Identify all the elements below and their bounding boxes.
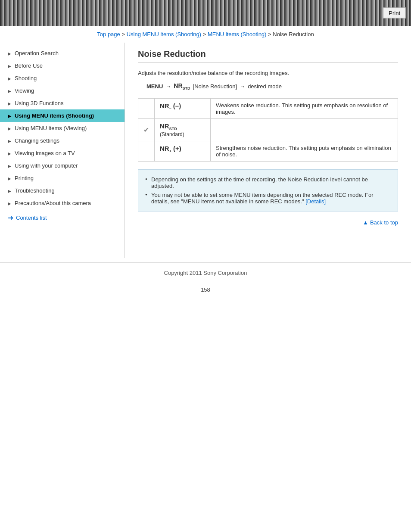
sidebar-item-label: Using with your computer xyxy=(15,162,78,169)
nr-plus-symbol: NR+ (+) xyxy=(160,145,181,152)
arrow-icon: ▶ xyxy=(8,101,12,106)
footer: Copyright 2011 Sony Corporation xyxy=(0,262,411,283)
arrow-icon: ▶ xyxy=(8,64,12,68)
check-cell-2: ✔ xyxy=(138,118,155,141)
sidebar-item-printing[interactable]: ▶ Printing xyxy=(0,172,125,184)
arrow-icon: ▶ xyxy=(8,114,12,118)
sidebar-item-before-use[interactable]: ▶ Before Use xyxy=(0,59,125,72)
breadcrumb-top-link[interactable]: Top page xyxy=(97,31,120,37)
sidebar-item-changing-settings[interactable]: ▶ Changing settings xyxy=(0,134,125,147)
nr-minus-symbol: NR– (–) xyxy=(160,102,181,109)
sidebar-item-label: Shooting xyxy=(15,75,37,81)
noise-reduction-bracket: [Noise Reduction] xyxy=(193,83,237,90)
sidebar-item-operation-search[interactable]: ▶ Operation Search xyxy=(0,47,125,59)
back-to-top-label: Back to top xyxy=(370,219,398,226)
page-title: Noise Reduction xyxy=(138,49,398,63)
description-text: Adjusts the resolution/noise balance of … xyxy=(138,70,398,76)
sidebar-item-using-menu-shooting[interactable]: ▶ Using MENU items (Shooting) xyxy=(0,109,125,122)
arrow-icon: ▶ xyxy=(8,176,12,180)
sidebar-item-using-computer[interactable]: ▶ Using with your computer xyxy=(0,159,125,172)
header-bar: Print xyxy=(0,0,411,26)
nr-std-symbol-table: NRSTD xyxy=(160,122,177,130)
sidebar: ▶ Operation Search ▶ Before Use ▶ Shooti… xyxy=(0,43,125,258)
sidebar-item-shooting[interactable]: ▶ Shooting xyxy=(0,72,125,84)
sidebar-item-label: Using 3D Functions xyxy=(15,100,63,106)
note-item-1: Depending on the settings at the time of… xyxy=(145,175,391,190)
details-link[interactable]: [Details] xyxy=(305,198,326,205)
check-cell-1 xyxy=(138,98,155,118)
arrow-icon: ▶ xyxy=(8,151,12,156)
breadcrumb-current: Noise Reduction xyxy=(273,31,314,37)
back-to-top-container: ▲ Back to top xyxy=(138,218,398,227)
contents-list-link-container[interactable]: ➜ Contents list xyxy=(0,209,125,226)
sidebar-item-3d-functions[interactable]: ▶ Using 3D Functions xyxy=(0,97,125,109)
desired-mode-text: desired mode xyxy=(248,83,282,90)
icon-cell-2: NRSTD (Standard) xyxy=(155,118,211,141)
page-number: 158 xyxy=(0,283,411,296)
arrow-icon: ▶ xyxy=(8,201,12,205)
breadcrumb-using-menu-link[interactable]: Using MENU items (Shooting) xyxy=(127,31,201,37)
arrow-icon: ▶ xyxy=(8,51,12,56)
sidebar-item-using-menu-viewing[interactable]: ▶ Using MENU items (Viewing) xyxy=(0,122,125,134)
table-row: ✔ NRSTD (Standard) xyxy=(138,118,398,141)
menu-arrow1: → xyxy=(165,83,171,90)
arrow-icon: ▶ xyxy=(8,76,12,81)
menu-path: MENU → NRSTD [Noise Reduction] → desired… xyxy=(138,82,398,90)
arrow-icon: ▶ xyxy=(8,139,12,143)
icon-cell-1: NR– (–) xyxy=(155,98,211,118)
arrow-icon: ▶ xyxy=(8,126,12,131)
breadcrumb-sep3: > xyxy=(268,31,273,37)
footer-copyright: Copyright 2011 Sony Corporation xyxy=(164,270,247,276)
print-button[interactable]: Print xyxy=(383,8,406,19)
arrow-icon: ▶ xyxy=(8,164,12,168)
sidebar-item-label: Viewing images on a TV xyxy=(15,150,75,156)
sidebar-item-label: Precautions/About this camera xyxy=(15,200,91,206)
sidebar-item-label: Viewing xyxy=(15,87,34,94)
nr-table: NR– (–) Weakens noise reduction. This se… xyxy=(138,98,398,162)
contents-list-arrow-icon: ➜ xyxy=(8,214,13,222)
icon-cell-3: NR+ (+) xyxy=(155,141,211,161)
sidebar-item-label: Using MENU items (Shooting) xyxy=(15,112,94,119)
sidebar-item-precautions[interactable]: ▶ Precautions/About this camera xyxy=(0,197,125,209)
breadcrumb-menu-items-link[interactable]: MENU items (Shooting) xyxy=(208,31,267,37)
description-cell-1: Weakens noise reduction. This setting pu… xyxy=(211,98,398,118)
check-cell-3 xyxy=(138,141,155,161)
arrow-icon: ▶ xyxy=(8,89,12,93)
sidebar-item-label: Troubleshooting xyxy=(15,187,55,194)
table-row: NR– (–) Weakens noise reduction. This se… xyxy=(138,98,398,118)
checkmark-icon: ✔ xyxy=(143,126,149,134)
sidebar-item-label: Operation Search xyxy=(15,50,59,56)
sidebar-item-label: Before Use xyxy=(15,62,43,69)
nr-std-symbol: NRSTD xyxy=(174,82,190,90)
standard-label: (Standard) xyxy=(160,131,184,137)
description-cell-2 xyxy=(211,118,398,141)
breadcrumb-sep2: > xyxy=(203,31,208,37)
sidebar-item-label: Changing settings xyxy=(15,137,59,144)
breadcrumb: Top page > Using MENU items (Shooting) >… xyxy=(0,26,411,43)
sidebar-item-label: Using MENU items (Viewing) xyxy=(15,125,87,131)
contents-list-link[interactable]: Contents list xyxy=(16,215,47,221)
page-layout: ▶ Operation Search ▶ Before Use ▶ Shooti… xyxy=(0,43,411,258)
sidebar-item-viewing[interactable]: ▶ Viewing xyxy=(0,84,125,97)
sidebar-item-troubleshooting[interactable]: ▶ Troubleshooting xyxy=(0,184,125,197)
menu-arrow2: → xyxy=(240,83,245,90)
sidebar-item-viewing-images-tv[interactable]: ▶ Viewing images on a TV xyxy=(0,147,125,159)
sidebar-item-label: Printing xyxy=(15,175,34,181)
note-box: Depending on the settings at the time of… xyxy=(138,169,398,212)
table-row: NR+ (+) Strengthens noise reduction. Thi… xyxy=(138,141,398,161)
description-cell-3: Strengthens noise reduction. This settin… xyxy=(211,141,398,161)
arrow-icon: ▶ xyxy=(8,189,12,193)
main-content: Noise Reduction Adjusts the resolution/n… xyxy=(125,43,411,258)
back-to-top-link[interactable]: ▲ Back to top xyxy=(363,219,398,226)
back-to-top-arrow-icon: ▲ xyxy=(363,219,368,226)
menu-word: MENU xyxy=(146,83,163,90)
breadcrumb-sep1: > xyxy=(121,31,126,37)
note-item-2: You may not be able to set some MENU ite… xyxy=(145,190,391,206)
